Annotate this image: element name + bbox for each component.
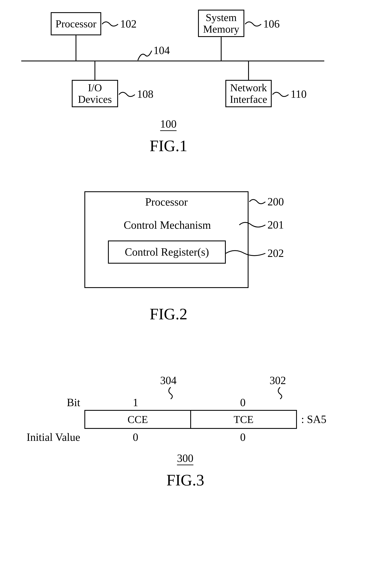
cce-cell: CCE bbox=[85, 411, 191, 428]
net-ref: 110 bbox=[291, 88, 307, 100]
processor-outer-lead bbox=[249, 198, 266, 206]
cce-ref: 304 bbox=[160, 374, 176, 387]
processor-box: Processor bbox=[51, 12, 101, 35]
bus-lead bbox=[137, 49, 152, 61]
bit-row-label: Bit bbox=[61, 396, 80, 409]
io-label: I/ODevices bbox=[78, 82, 112, 105]
tce-cell: TCE bbox=[191, 411, 296, 428]
processor-connector bbox=[76, 35, 76, 61]
processor-label: Processor bbox=[55, 18, 96, 30]
processor-outer-ref: 200 bbox=[267, 196, 284, 208]
io-lead bbox=[119, 90, 135, 99]
figure-2-caption: FIG.2 bbox=[150, 305, 187, 323]
cce-lead bbox=[166, 387, 175, 399]
register-name-label: : SA5 bbox=[301, 413, 326, 426]
bit-1-label: 1 bbox=[133, 396, 138, 409]
figure-3-caption: FIG.3 bbox=[166, 471, 204, 489]
net-lead bbox=[272, 90, 289, 99]
control-mechanism-ref: 201 bbox=[267, 219, 284, 231]
processor-outer-box: Processor Control Mechanism Control Regi… bbox=[84, 191, 249, 288]
control-mechanism-lead bbox=[239, 221, 266, 229]
figure-3: 304 302 Bit 1 0 CCE TCE : SA5 Initial Va… bbox=[9, 380, 366, 507]
net-connector bbox=[248, 61, 249, 80]
memory-label: SystemMemory bbox=[203, 12, 239, 35]
bit-0-label: 0 bbox=[240, 396, 246, 409]
figure-2: Processor Control Mechanism Control Regi… bbox=[9, 191, 366, 338]
control-registers-lead bbox=[225, 249, 266, 258]
memory-lead bbox=[245, 20, 262, 28]
bus-line bbox=[21, 61, 324, 61]
tce-ref: 302 bbox=[270, 374, 286, 387]
io-box: I/ODevices bbox=[72, 80, 118, 107]
io-ref: 108 bbox=[137, 88, 154, 100]
control-registers-label: Control Register(s) bbox=[125, 246, 209, 258]
register-box: CCE TCE bbox=[84, 410, 297, 429]
memory-connector bbox=[221, 37, 221, 61]
bus-ref: 104 bbox=[154, 44, 170, 57]
figure-1-caption: FIG.1 bbox=[150, 137, 187, 155]
processor-outer-label: Processor bbox=[85, 196, 248, 208]
processor-ref: 102 bbox=[120, 18, 137, 30]
memory-box: SystemMemory bbox=[198, 10, 244, 37]
control-mechanism-box: Control Mechanism Control Register(s) bbox=[95, 215, 239, 276]
io-connector bbox=[95, 61, 95, 80]
initial-value-right: 0 bbox=[240, 431, 246, 443]
figure-3-number: 300 bbox=[177, 452, 193, 464]
net-box: NetworkInterface bbox=[225, 80, 272, 107]
control-registers-box: Control Register(s) bbox=[108, 241, 226, 264]
processor-lead bbox=[102, 20, 119, 28]
net-label: NetworkInterface bbox=[230, 82, 267, 105]
figure-1-number: 100 bbox=[160, 118, 176, 130]
control-mechanism-label: Control Mechanism bbox=[95, 219, 239, 231]
figure-1: Processor 102 SystemMemory 106 104 I/ODe… bbox=[9, 8, 366, 160]
memory-ref: 106 bbox=[263, 18, 280, 30]
initial-value-left: 0 bbox=[133, 431, 138, 443]
control-registers-ref: 202 bbox=[267, 247, 284, 259]
initial-value-label: Initial Value bbox=[21, 431, 80, 443]
tce-lead bbox=[276, 387, 284, 399]
